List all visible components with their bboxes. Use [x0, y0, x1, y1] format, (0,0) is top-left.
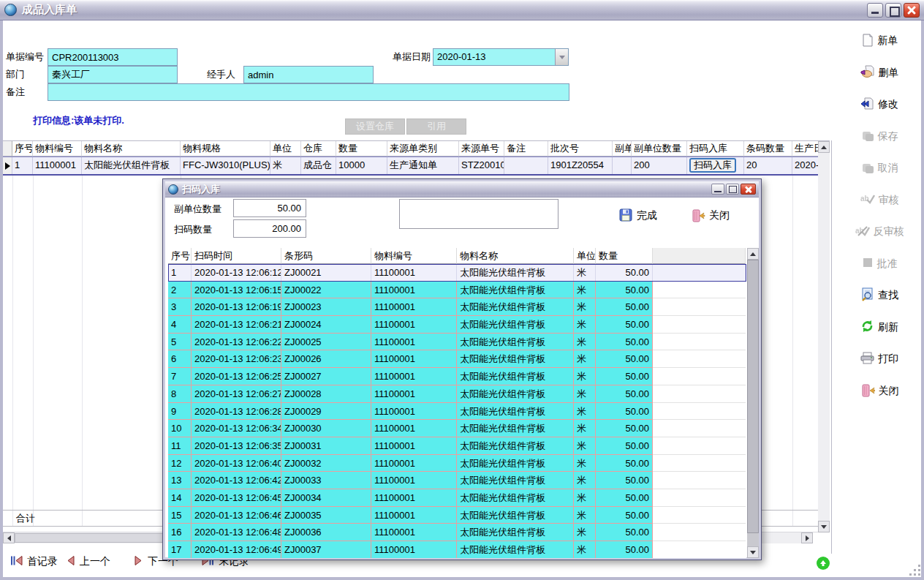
main-grid-cell[interactable]: FFC-JW3010(PLUS) — [181, 157, 270, 174]
barcode-scan-input[interactable] — [399, 199, 558, 229]
scan-table-column-header[interactable]: 单位 — [574, 248, 596, 264]
scan-table-row[interactable]: 142020-01-13 12:06:45ZJ0003411100001太阳能光… — [168, 489, 746, 507]
main-grid-cell[interactable]: 1901Z20554 — [548, 157, 613, 174]
main-grid-column-header[interactable]: 来源单类别 — [387, 141, 459, 157]
main-grid-cell[interactable]: 成品仓 — [301, 157, 336, 174]
scan-table-row[interactable]: 172020-01-13 12:06:49ZJ0003711100001太阳能光… — [168, 541, 746, 558]
main-grid-column-header[interactable]: 来源单号 — [459, 141, 504, 157]
scan-table-row[interactable]: 132020-01-13 12:06:42ZJ0003311100001太阳能光… — [168, 472, 746, 489]
main-grid-cell[interactable]: 11100001 — [33, 157, 82, 174]
cancel-icon — [861, 161, 874, 176]
dialog-maximize-button[interactable] — [726, 184, 739, 195]
scroll-right-icon[interactable] — [801, 532, 813, 543]
set-warehouse-button[interactable]: 设置仓库 — [345, 118, 405, 135]
quote-button[interactable]: 引用 — [406, 118, 466, 135]
main-grid-column-header[interactable]: 序号 — [12, 141, 33, 157]
main-grid-column-header[interactable]: 备注 — [504, 141, 548, 157]
nav-prev-button[interactable]: 上一个 — [66, 554, 110, 569]
doc-date-combobox[interactable]: 2020-01-13 — [433, 48, 569, 66]
main-grid-vscrollbar[interactable] — [818, 141, 830, 532]
maximize-button[interactable] — [885, 3, 901, 18]
scan-table-column-header[interactable]: 物料编号 — [371, 248, 457, 264]
scan-table-row[interactable]: 42020-01-13 12:06:21ZJ0002411100001太阳能光伏… — [168, 316, 746, 334]
scan-table-filler-cell — [653, 403, 746, 421]
doc-no-field[interactable] — [48, 48, 178, 66]
scroll-down-icon[interactable] — [818, 521, 830, 532]
main-grid-cell[interactable]: 2020-01 — [792, 157, 818, 174]
finish-button[interactable]: 完成 — [619, 208, 657, 222]
sidebar-button-find[interactable]: 查找 — [838, 287, 921, 304]
main-grid-column-header[interactable]: 副单位数量 — [632, 141, 687, 157]
close-button[interactable] — [904, 3, 920, 18]
scan-table-row[interactable]: 122020-01-13 12:06:40ZJ0003211100001太阳能光… — [168, 455, 746, 472]
main-grid-column-header[interactable]: 副单位 — [613, 141, 632, 157]
main-grid-column-header[interactable]: 单位 — [270, 141, 301, 157]
dialog-scroll-thumb[interactable] — [747, 260, 759, 533]
scan-table-row[interactable]: 22020-01-13 12:06:15ZJ0002211100001太阳能光伏… — [168, 282, 746, 299]
main-grid-column-header[interactable]: 批次号 — [548, 141, 613, 157]
main-grid-column-header[interactable]: 数量 — [336, 141, 387, 157]
scan-table-row[interactable]: 52020-01-13 12:06:22ZJ0002511100001太阳能光伏… — [168, 334, 746, 351]
main-grid-cell[interactable]: 200 — [632, 157, 687, 174]
dialog-close-button[interactable] — [741, 184, 756, 195]
scan-dialog-title: 扫码入库 — [182, 183, 220, 196]
doc-date-dropdown-icon[interactable] — [555, 49, 568, 65]
scan-table-column-header[interactable]: 物料名称 — [457, 248, 574, 264]
main-grid-cell[interactable] — [613, 157, 632, 174]
dialog-close-action-button[interactable]: 关闭 — [691, 208, 730, 223]
scan-table-row[interactable]: 72020-01-13 12:06:25ZJ0002711100001太阳能光伏… — [168, 368, 746, 385]
sidebar-button-close[interactable]: 关闭 — [838, 383, 921, 400]
scan-table-row[interactable]: 92020-01-13 12:06:28ZJ0002911100001太阳能光伏… — [168, 403, 746, 421]
main-grid-cell[interactable] — [504, 157, 548, 174]
scan-in-button[interactable]: 扫码入库 — [689, 158, 736, 173]
scan-in-cell[interactable]: 扫码入库 — [687, 157, 744, 174]
scan-qty-field[interactable] — [233, 219, 306, 238]
scan-table-scrollbar[interactable] — [747, 248, 759, 558]
scan-table-row[interactable]: 162020-01-13 12:06:48ZJ0003611100001太阳能光… — [168, 524, 746, 541]
sidebar-button-delete[interactable]: 删单 — [838, 64, 921, 82]
scan-table-row[interactable]: 112020-01-13 12:06:35ZJ0003111100001太阳能光… — [168, 437, 746, 455]
nav-first-button[interactable]: 首记录 — [10, 554, 58, 569]
scan-table-row[interactable]: 102020-01-13 12:06:34ZJ0003011100001太阳能光… — [168, 420, 746, 437]
scan-table-row[interactable]: 82020-01-13 12:06:27ZJ0002811100001太阳能光伏… — [168, 385, 746, 403]
dialog-minimize-button[interactable] — [711, 184, 724, 195]
sidebar-button-modify[interactable]: 修改 — [838, 96, 921, 113]
sidebar-button-print[interactable]: 打印 — [838, 350, 921, 368]
resize-grip-icon[interactable] — [909, 565, 921, 576]
main-grid-cell[interactable]: 米 — [270, 157, 301, 174]
sub-qty-field[interactable] — [233, 199, 306, 217]
main-grid-column-header[interactable]: 扫码入库 — [687, 141, 744, 157]
scan-table-column-header[interactable]: 序号 — [168, 248, 192, 264]
main-grid-cell[interactable]: 10000 — [336, 157, 387, 174]
scan-table-row[interactable]: 32020-01-13 12:06:19ZJ0002311100001太阳能光伏… — [168, 298, 746, 316]
dept-field[interactable] — [48, 66, 178, 83]
main-grid-cell[interactable]: 生产通知单 — [387, 157, 459, 174]
dialog-scroll-up-icon[interactable] — [747, 248, 759, 260]
main-grid-cell[interactable]: 20 — [744, 157, 792, 174]
main-grid-cell[interactable]: 1 — [12, 157, 33, 174]
scan-table-row[interactable]: 152020-01-13 12:06:46ZJ0003511100001太阳能光… — [168, 507, 746, 524]
main-grid-cell[interactable]: STZ2001060 — [459, 157, 504, 174]
scan-table-column-header[interactable]: 数量 — [596, 248, 653, 264]
dialog-scroll-down-icon[interactable] — [747, 546, 759, 558]
main-grid-row[interactable]: 111100001太阳能光伏组件背板FFC-JW3010(PLUS)米成品仓10… — [3, 157, 818, 176]
main-grid-column-header[interactable]: 物料编号 — [33, 141, 82, 157]
sidebar-button-refresh[interactable]: 刷新 — [838, 319, 921, 336]
main-grid-column-header[interactable]: 条码数量 — [744, 141, 792, 157]
scan-table-column-header[interactable]: 条形码 — [281, 248, 371, 264]
main-grid-column-header[interactable]: 物料名称 — [82, 141, 181, 157]
scroll-left-icon[interactable] — [3, 532, 15, 543]
minimize-button[interactable] — [867, 3, 883, 18]
main-grid-column-header[interactable]: 物料规格 — [181, 141, 270, 157]
handler-field[interactable] — [243, 66, 374, 83]
sidebar-button-new[interactable]: 新单 — [838, 32, 921, 50]
scroll-up-icon[interactable] — [818, 141, 830, 153]
main-grid-column-header[interactable]: 生产日期 — [792, 141, 818, 157]
main-grid-column-header[interactable]: 仓库 — [301, 141, 336, 157]
scan-table-row[interactable]: 62020-01-13 12:06:23ZJ0002611100001太阳能光伏… — [168, 350, 746, 368]
scan-table-row[interactable]: 12020-01-13 12:06:12ZJ0002111100001太阳能光伏… — [168, 264, 746, 282]
main-grid-cell[interactable]: 太阳能光伏组件背板 — [82, 157, 181, 174]
scan-table-cell: 11 — [168, 437, 192, 455]
scan-table-column-header[interactable]: 扫码时间 — [192, 248, 281, 264]
remark-field[interactable] — [48, 83, 569, 101]
